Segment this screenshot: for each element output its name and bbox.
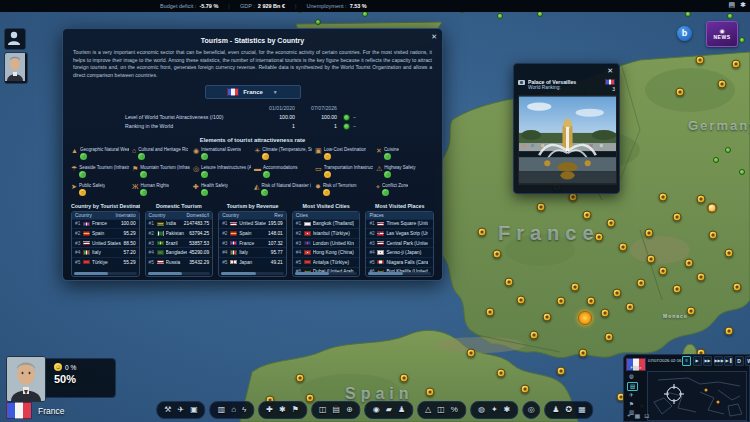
expand-icon[interactable]: ⊡ <box>644 412 649 419</box>
map-marker-attraction[interactable] <box>718 80 727 89</box>
map-marker-green[interactable] <box>725 147 731 153</box>
table-row[interactable]: #1 France 100.00 <box>72 219 139 229</box>
table-row[interactable]: #2 Las Vegas Strip (United Stat... <box>366 228 433 238</box>
map-marker-monument[interactable] <box>707 203 718 214</box>
map-marker-green[interactable] <box>315 19 321 25</box>
leader-portrait[interactable] <box>6 356 46 402</box>
map-marker-attraction[interactable] <box>607 219 616 228</box>
map-marker-attraction[interactable] <box>673 213 682 222</box>
table-row[interactable]: #1 United States 195.09 <box>219 219 286 229</box>
table-row[interactable]: #4 Senso-ji (Japan) <box>366 247 433 257</box>
map-marker-attraction[interactable] <box>587 297 596 306</box>
plane-icon[interactable]: ✈ <box>627 392 636 399</box>
units-icon[interactable]: ♟ <box>552 405 559 415</box>
table-row[interactable]: #4 Bangladesh 45290.09 <box>146 247 213 257</box>
bank-icon[interactable]: ◫ <box>437 405 445 415</box>
period-w-button[interactable]: W <box>745 356 750 366</box>
eye-icon[interactable]: ◉ <box>373 405 380 415</box>
map-marker-attraction[interactable] <box>732 60 741 69</box>
radar-icon[interactable]: ◎ <box>528 405 535 415</box>
close-icon[interactable]: ✕ <box>518 67 615 75</box>
map-marker-attraction[interactable] <box>647 255 656 264</box>
map-marker-attraction[interactable] <box>697 195 706 204</box>
map-marker-attraction[interactable] <box>626 303 635 312</box>
news-widget[interactable]: ◉ NEWS <box>706 21 738 47</box>
map-marker-attraction[interactable] <box>517 296 526 305</box>
table-row[interactable]: #3 Brazil 53857.53 <box>146 238 213 248</box>
map-marker-sun[interactable] <box>578 311 592 325</box>
map-marker-attraction[interactable] <box>595 233 604 242</box>
gear-icon[interactable]: ✱ <box>279 405 286 415</box>
map-marker-attraction[interactable] <box>530 331 539 340</box>
map-marker-attraction[interactable] <box>605 333 614 342</box>
country-flag-tile[interactable]: France <box>626 357 646 370</box>
briefcase-icon[interactable]: ▣ <box>190 405 198 415</box>
alert-icon[interactable]: △ <box>425 405 431 415</box>
table-row[interactable]: #2 Istanbul (Türkiye) <box>293 228 360 238</box>
table-row[interactable]: #1 Times Square (United States... <box>366 219 433 229</box>
map-marker-attraction[interactable] <box>687 307 696 316</box>
map-marker-attraction[interactable] <box>557 297 566 306</box>
table-scrollbar[interactable] <box>221 272 284 275</box>
map-marker-green[interactable] <box>739 37 745 43</box>
map-marker-attraction[interactable] <box>685 259 694 268</box>
map-marker-attraction[interactable] <box>426 388 435 397</box>
table-row[interactable]: #4 Italy 57.20 <box>72 247 139 257</box>
map-marker-attraction[interactable] <box>579 349 588 358</box>
table-scrollbar[interactable] <box>368 272 431 275</box>
map-marker-attraction[interactable] <box>467 349 476 358</box>
table-row[interactable]: #3 United States 88.50 <box>72 238 139 248</box>
map-marker-attraction[interactable] <box>725 249 734 258</box>
table-row[interactable]: #5 Japan 49.21 <box>219 257 286 267</box>
map-marker-attraction[interactable] <box>493 250 502 259</box>
plus-icon[interactable]: ⊕ <box>346 405 353 415</box>
table-row[interactable]: #4 Hong Kong (China) <box>293 247 360 257</box>
map-marker-attraction[interactable] <box>537 203 546 212</box>
table-row[interactable]: #2 Pakistan 63794.25 <box>146 228 213 238</box>
country-selector[interactable]: France ▼ <box>205 85 301 99</box>
table-row[interactable]: #1 Bangkok (Thailand) <box>293 219 360 229</box>
chart-icon[interactable]: ▥ <box>218 405 226 415</box>
grid-icon[interactable]: ▦ <box>635 412 641 419</box>
map-marker-attraction[interactable] <box>557 367 566 376</box>
minimap[interactable] <box>647 371 747 421</box>
globe-icon[interactable]: ◍ <box>627 373 636 380</box>
map-marker-attraction[interactable] <box>637 279 646 288</box>
percent-icon[interactable]: % <box>451 405 458 415</box>
play-speed-2-button[interactable]: ▶▶ <box>703 356 712 366</box>
map-marker-attraction[interactable] <box>725 327 734 336</box>
table-row[interactable]: #3 London (United Kingdom) <box>293 238 360 248</box>
table-row[interactable]: #3 France 107.32 <box>219 238 286 248</box>
map-marker-attraction[interactable] <box>486 308 495 317</box>
map-marker-attraction[interactable] <box>733 283 742 292</box>
map-marker-attraction[interactable] <box>659 267 668 276</box>
medal-icon[interactable]: ✪ <box>565 405 572 415</box>
energy-icon[interactable]: ϟ <box>242 405 246 415</box>
close-icon[interactable]: ✕ <box>431 33 437 41</box>
map-marker-attraction[interactable] <box>543 313 552 322</box>
stats-icon[interactable]: ▤ <box>332 405 340 415</box>
diplomacy-icon[interactable]: ✦ <box>491 405 498 415</box>
table-row[interactable]: #1 India 2147483.75 <box>146 219 213 229</box>
globe-icon[interactable]: ◍ <box>478 405 485 415</box>
map-marker-attraction[interactable] <box>619 243 628 252</box>
pause-button[interactable]: II <box>682 356 691 366</box>
map-marker-green[interactable] <box>739 169 745 175</box>
table-row[interactable]: #2 Spain 95.29 <box>72 228 139 238</box>
leader-tab[interactable] <box>4 52 28 84</box>
map-marker-attraction[interactable] <box>497 369 506 378</box>
play-speed-4-button[interactable]: ▶▐ <box>724 356 733 366</box>
map-marker-attraction[interactable] <box>571 283 580 292</box>
play-speed-3-button[interactable]: ▶▶▶ <box>714 356 723 366</box>
flag-icon[interactable]: ⚑ <box>627 401 636 408</box>
table-row[interactable]: #5 Russia 35432.29 <box>146 257 213 267</box>
map-marker-attraction[interactable] <box>505 278 514 287</box>
table-scrollbar[interactable] <box>148 272 211 275</box>
map-marker-attraction[interactable] <box>659 193 668 202</box>
map-marker-attraction[interactable] <box>583 211 592 220</box>
building-icon[interactable]: ◫ <box>319 405 327 415</box>
map-marker-green[interactable] <box>727 13 733 19</box>
map-marker-attraction[interactable] <box>696 56 705 65</box>
vehicle-icon[interactable]: ▰ <box>386 405 392 415</box>
personnel-tab[interactable] <box>4 28 26 50</box>
